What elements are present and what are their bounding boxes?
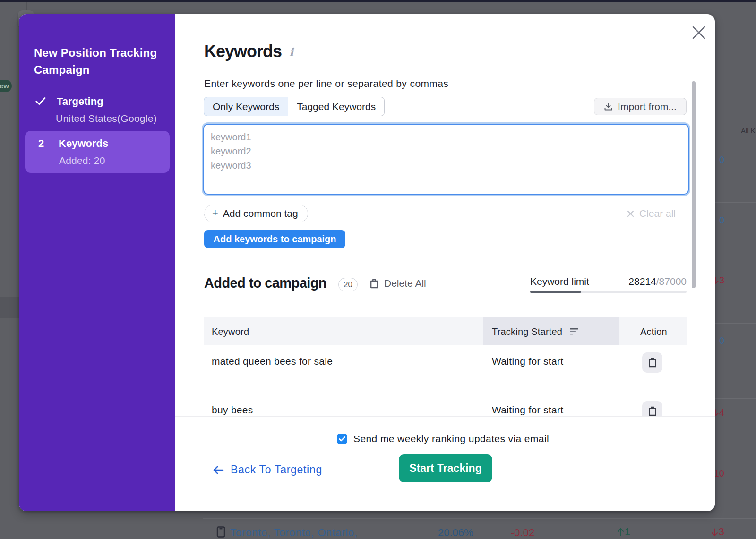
sidebar-step-targeting-sub: United States(Google) — [56, 113, 157, 124]
modal-sidebar-title: New Position Tracking Campaign — [34, 44, 166, 78]
back-to-targeting-link[interactable]: Back To Targeting — [213, 463, 322, 476]
metric-value: 0 — [719, 335, 724, 346]
background-divider-vertical — [26, 2, 27, 10]
trash-icon — [648, 358, 657, 368]
keywords-mode-tabs: Only Keywords Tagged Keywords — [204, 97, 385, 116]
metric-value: 0 — [719, 215, 724, 226]
background-row-band — [0, 297, 19, 318]
close-icon[interactable] — [691, 25, 707, 41]
keyword-limit-label: Keyword limit — [530, 276, 589, 287]
table-header-tracking[interactable]: Tracking Started — [492, 326, 562, 337]
table-header-keyword: Keyword — [212, 326, 249, 337]
sidebar-step-keywords-number: 2 — [38, 137, 44, 150]
background-location-link: Toronto, Toronto, Ontario, — [230, 527, 358, 539]
clear-all-label: Clear all — [639, 208, 676, 219]
sidebar-step-keywords[interactable]: Keywords — [59, 137, 108, 150]
table-header-action: Action — [640, 326, 667, 337]
background-col-header-all: All Ke — [741, 127, 756, 135]
delete-keyword-button[interactable] — [642, 352, 662, 373]
modal-scrollbar-thumb[interactable] — [692, 81, 696, 288]
modal-sidebar — [19, 14, 175, 511]
table-row-separator — [204, 395, 687, 395]
arrow-up-icon — [617, 528, 625, 537]
back-to-targeting-label: Back To Targeting — [231, 463, 322, 476]
metric-value: 10 — [714, 468, 724, 479]
background-divider-vertical — [49, 511, 49, 539]
keyword-limit-values: 28214/87000 — [586, 276, 687, 287]
background-row-separator — [715, 142, 756, 142]
background-visibility-value: 20.06% — [438, 527, 473, 539]
start-tracking-button[interactable]: Start Tracking — [399, 454, 492, 482]
weekly-updates-checkbox[interactable] — [337, 434, 347, 444]
table-row-status: Waiting for start — [492, 404, 563, 416]
trash-icon — [648, 406, 657, 416]
info-icon[interactable]: i — [289, 45, 293, 59]
tab-only-keywords[interactable]: Only Keywords — [204, 97, 288, 116]
modal-title: Keywords — [204, 42, 282, 61]
keyword-limit-progress-fill — [530, 291, 581, 293]
added-count-badge: 20 — [338, 278, 358, 291]
weekly-updates-label[interactable]: Send me weekly ranking updates via email — [353, 433, 549, 445]
background-row-separator — [715, 323, 756, 324]
sidebar-step-keywords-sub: Added: 20 — [59, 155, 105, 166]
table-row-keyword: buy bees — [212, 404, 253, 416]
metric-value: 3 — [719, 275, 724, 286]
arrow-left-icon — [213, 466, 224, 474]
plus-icon: + — [212, 208, 218, 218]
delete-all-button[interactable]: Delete All — [370, 278, 426, 289]
metric-value: 1 — [625, 526, 630, 538]
check-icon — [35, 97, 46, 105]
table-row-keyword: mated queen bees for sale — [212, 356, 333, 367]
import-from-label: Import from... — [618, 101, 677, 112]
added-to-campaign-title: Added to campaign — [204, 275, 326, 291]
import-from-button[interactable]: Import from... — [594, 98, 687, 115]
background-row-separator — [715, 263, 756, 263]
background-metric: 3 — [693, 526, 724, 538]
background-row-separator — [715, 202, 756, 203]
background-divider-vertical — [26, 511, 26, 539]
background-change-value: -0.02 — [511, 527, 534, 539]
table-row-status: Waiting for start — [492, 356, 563, 367]
page: ew ... All Ke 0 0 3 0 4 10 3 Toronto, To… — [0, 0, 756, 539]
download-icon — [604, 102, 613, 111]
background-new-badge: ew — [0, 80, 12, 92]
background-row-separator — [715, 398, 756, 399]
sort-icon[interactable] — [570, 328, 579, 335]
keywords-instructions: Enter keywords one per line or separated… — [204, 78, 448, 89]
background-row-separator — [715, 459, 756, 459]
tab-tagged-keywords[interactable]: Tagged Keywords — [288, 97, 385, 116]
mobile-phone-icon — [216, 526, 226, 538]
metric-value: 0 — [719, 154, 724, 165]
clear-all-button[interactable]: Clear all — [627, 208, 676, 219]
delete-all-label: Delete All — [384, 278, 426, 289]
trash-icon — [370, 279, 378, 289]
background-row-separator — [203, 518, 756, 519]
sidebar-step-targeting[interactable]: Targeting — [57, 95, 103, 108]
keyword-limit-used: 28214 — [628, 276, 656, 287]
keywords-textarea[interactable] — [203, 124, 689, 195]
add-common-tag-label: Add common tag — [223, 208, 298, 219]
check-icon — [339, 436, 345, 442]
metric-value: 4 — [719, 407, 724, 418]
background-up-value: 1 — [617, 526, 630, 538]
background-top-navbar — [0, 0, 756, 2]
arrow-down-icon — [711, 528, 719, 537]
metric-value: 3 — [719, 526, 724, 538]
clear-x-icon — [627, 210, 635, 218]
keyword-limit-total: /87000 — [656, 276, 687, 287]
add-common-tag-button[interactable]: + Add common tag — [204, 205, 308, 222]
add-keywords-to-campaign-button[interactable]: Add keywords to campaign — [204, 230, 345, 248]
